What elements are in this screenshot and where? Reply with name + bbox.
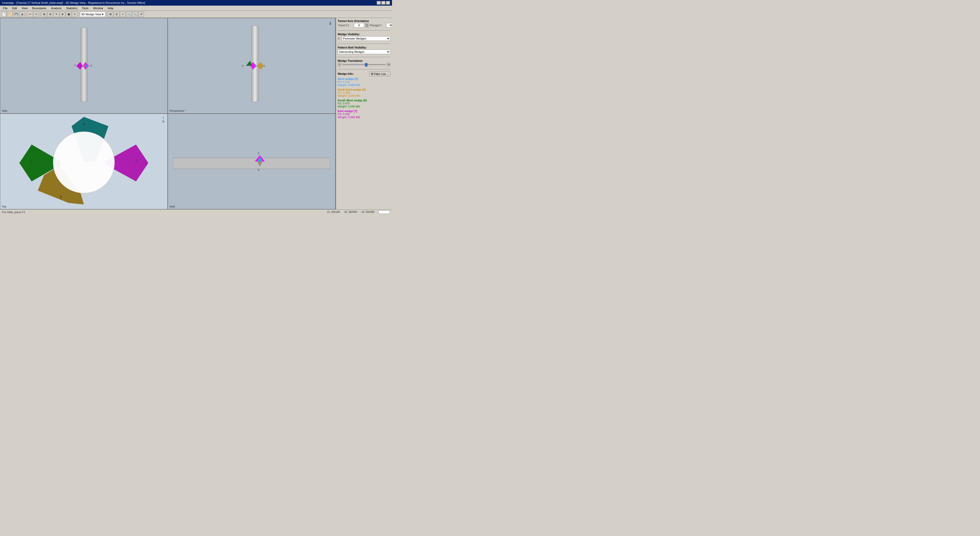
wedge-fs-3: FS: 0.490: [338, 113, 390, 116]
wedge-visibility-section: Wedge Visibility: ⊙ Perimeter Wedges All…: [338, 33, 390, 41]
translation-slider-container: [342, 64, 386, 65]
menu-analysis[interactable]: Analysis: [49, 6, 64, 10]
wedge-shape-tl: [76, 61, 92, 71]
wedge-item-2: South West wedge [5] FS: 0.975 Weight: 0…: [338, 99, 390, 108]
view-btn2[interactable]: ⊡: [114, 11, 119, 17]
menu-edit[interactable]: Edit: [10, 6, 19, 10]
main-content: 7 2 Side: [0, 18, 392, 209]
j2-coord: J2: 90/060: [344, 210, 357, 214]
trend-spinner: ▲ ▼: [365, 23, 369, 27]
title-text: Unwedge - [Tutorial 17 Vertical Shaft_in…: [2, 1, 145, 4]
tool2-button[interactable]: ⊟: [48, 11, 53, 17]
svg-marker-0: [76, 62, 83, 70]
pattern-bolt-select[interactable]: Intersecting Wedges All Bolts No Bolts: [338, 49, 390, 54]
undo-button[interactable]: ↩: [27, 11, 33, 17]
trend-label: Trend (°):: [338, 24, 353, 27]
redo-button[interactable]: ↪: [33, 11, 39, 17]
trend-up[interactable]: ▲: [365, 23, 369, 25]
viewport-top[interactable]: ↑ N 4 2 7 5 Top: [0, 114, 168, 209]
plunge-label: Plunge(°): [370, 24, 385, 27]
tool1-button[interactable]: ⊞: [41, 11, 47, 17]
menu-boundaries[interactable]: Boundaries: [30, 6, 48, 10]
zoom-out-button[interactable]: 🔍: [132, 11, 138, 17]
tunnel-axis-section: Tunnel Axis Orientation Trend (°): ▲ ▼ P…: [338, 19, 390, 28]
wedge-name-3: East wedge [7]: [338, 110, 390, 113]
zoom-reset-button[interactable]: ↺: [138, 11, 144, 17]
trend-input[interactable]: [354, 23, 364, 27]
j3-coord: J3: 55/300: [361, 210, 374, 214]
open-button[interactable]: 📂: [7, 11, 13, 17]
trend-row: Trend (°): ▲ ▼ Plunge(°) ▲ ▼: [338, 23, 390, 27]
center-dot-tl: [86, 65, 88, 67]
view-dropdown[interactable]: 3D Wedge View ▼: [80, 12, 105, 17]
trend-down[interactable]: ▼: [365, 25, 369, 27]
wedge-translation-row: ↺ ⚙: [338, 63, 390, 66]
j1-coord: J1: 60/180: [327, 210, 340, 214]
minimize-button[interactable]: −: [377, 1, 381, 5]
label-7-tl: 7: [74, 64, 76, 67]
top-view-svg: 4 2 7 5: [0, 114, 167, 209]
save-button[interactable]: 💾: [13, 11, 19, 17]
close-button[interactable]: ✕: [386, 1, 390, 5]
status-bar: For Help, press F1 J1: 60/180 J2: 90/060…: [0, 209, 392, 215]
tool5-button[interactable]: ▦: [66, 11, 72, 17]
menu-file[interactable]: File: [1, 6, 10, 10]
viewport-label-bl: Top: [2, 205, 6, 208]
tool4-button[interactable]: ⊕: [60, 11, 65, 17]
sep1: [26, 12, 26, 17]
viewport-side-top[interactable]: 7 2 Side: [0, 18, 168, 114]
label-7-tr: 7: [264, 65, 265, 68]
menu-tools[interactable]: Tools: [80, 6, 91, 10]
wedge-fs-2: FS: 0.975: [338, 102, 390, 105]
svg-point-10: [53, 132, 115, 193]
pattern-bolt-row: Intersecting Wedges All Bolts No Bolts: [338, 49, 390, 54]
translation-reset-btn[interactable]: ↺: [338, 63, 341, 66]
sep2: [40, 12, 40, 17]
new-button[interactable]: 📄: [1, 11, 6, 17]
wedge-svg-tr: [245, 59, 265, 72]
menu-view[interactable]: View: [20, 6, 30, 10]
wedge-svg-br: [250, 154, 270, 169]
print-button[interactable]: 🖨: [19, 11, 25, 17]
wedge-translation-section: Wedge Translation ↺ ⚙: [338, 59, 390, 67]
plunge-input[interactable]: [386, 23, 392, 27]
viewport-label-br: Side: [169, 205, 175, 208]
wedge-weight-0: Weight: 0.068 MN: [338, 83, 390, 86]
wedge-visibility-title: Wedge Visibility:: [338, 33, 390, 36]
menu-window[interactable]: Window: [91, 6, 105, 10]
translation-settings-btn[interactable]: ⚙: [387, 63, 390, 66]
toolbar: 📄 📂 💾 🖨 ↩ ↪ ⊞ ⊟ ✎ ⊕ ▦ ≡ 3D Wedge View ▼ …: [0, 11, 392, 18]
view-dropdown-label: 3D Wedge View: [81, 13, 101, 16]
view-split-button[interactable]: ⊞: [108, 11, 113, 17]
wedge-fs-1: FS: 0.404: [338, 91, 390, 94]
search-box[interactable]: [379, 210, 390, 214]
restore-button[interactable]: ❐: [381, 1, 385, 5]
tool3-button[interactable]: ✎: [54, 11, 59, 17]
wedge-name-0: West wedge [2]: [338, 77, 390, 80]
label-4-br: 4: [258, 152, 259, 155]
label-2-tl: 2: [91, 64, 92, 67]
svg-marker-17: [257, 162, 262, 167]
viewport-side-bottom[interactable]: 4 5 Side: [168, 114, 335, 209]
wedge-info-section: Wedge Info: ⊞ Filter List ... West wedge…: [338, 72, 390, 120]
svg-text:7: 7: [135, 159, 137, 163]
wedge-visibility-select[interactable]: Perimeter Wedges All Wedges No Wedges: [342, 36, 390, 41]
label-5-br: 5: [258, 169, 259, 172]
filter-list-label: Filter List ...: [374, 73, 389, 76]
view-dropdown-arrow: ▼: [101, 13, 104, 16]
viewport-perspective[interactable]: 2 7 ↙ Perspective *: [168, 18, 335, 114]
wedge-fs-0: FS: 0.742: [338, 80, 390, 83]
menu-help[interactable]: Help: [106, 6, 116, 10]
tool6-button[interactable]: ≡: [72, 11, 78, 17]
viewport-label-tr: Perspective *: [169, 109, 186, 112]
wedge-item-3: East wedge [7] FS: 0.490 Weight: 0.068 M…: [338, 110, 390, 119]
menu-statistics[interactable]: Statistics: [64, 6, 80, 10]
div1: [338, 30, 390, 31]
svg-text:5: 5: [60, 195, 62, 199]
help-text: For Help, press F1: [2, 211, 25, 214]
translation-slider-thumb[interactable]: [365, 63, 368, 67]
zoom-extents-button[interactable]: ⤢: [120, 11, 126, 17]
filter-list-button[interactable]: ⊞ Filter List ...: [369, 72, 390, 76]
zoom-in-button[interactable]: 🔍: [126, 11, 132, 17]
wedge-translation-title: Wedge Translation: [338, 59, 390, 62]
